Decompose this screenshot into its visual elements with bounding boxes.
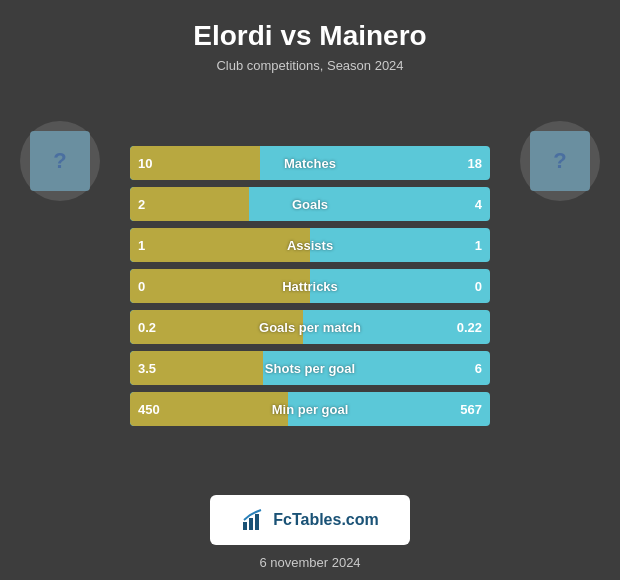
svg-rect-2 — [255, 514, 259, 530]
svg-rect-0 — [243, 522, 247, 530]
stat-label: Shots per goal — [265, 361, 355, 376]
stat-value-left: 450 — [138, 402, 160, 417]
stat-value-right: 4 — [475, 197, 482, 212]
stat-row: 3.5Shots per goal6 — [130, 351, 490, 385]
stat-value-right: 0 — [475, 279, 482, 294]
avatar-right: ? — [520, 121, 600, 201]
stat-value-right: 0.22 — [457, 320, 482, 335]
stats-container: 10Matches182Goals41Assists10Hattricks00.… — [130, 146, 490, 426]
stat-label: Hattricks — [282, 279, 338, 294]
page-title: Elordi vs Mainero — [193, 20, 426, 52]
stat-value-left: 0 — [138, 279, 145, 294]
stat-value-left: 1 — [138, 238, 145, 253]
page-subtitle: Club competitions, Season 2024 — [216, 58, 403, 73]
svg-rect-1 — [249, 518, 253, 530]
logo-area: FcTables.com — [210, 495, 410, 545]
stat-value-right: 567 — [460, 402, 482, 417]
stat-value-left: 2 — [138, 197, 145, 212]
stat-row: 0.2Goals per match0.22 — [130, 310, 490, 344]
avatar-left: ? — [20, 121, 100, 201]
stat-label: Goals per match — [259, 320, 361, 335]
stat-label: Min per goal — [272, 402, 349, 417]
logo-text: FcTables.com — [273, 511, 379, 529]
stat-label: Assists — [287, 238, 333, 253]
stat-value-left: 10 — [138, 156, 152, 171]
stat-value-right: 1 — [475, 238, 482, 253]
stat-row: 2Goals4 — [130, 187, 490, 221]
stat-value-right: 18 — [468, 156, 482, 171]
comparison-area: ? 10Matches182Goals41Assists10Hattricks0… — [10, 91, 610, 481]
stat-value-left: 3.5 — [138, 361, 156, 376]
stat-row: 1Assists1 — [130, 228, 490, 262]
stat-label: Matches — [284, 156, 336, 171]
logo-icon — [241, 508, 265, 532]
stat-row: 0Hattricks0 — [130, 269, 490, 303]
stat-row: 10Matches18 — [130, 146, 490, 180]
stat-row: 450Min per goal567 — [130, 392, 490, 426]
footer-date: 6 november 2024 — [259, 555, 360, 570]
stat-value-left: 0.2 — [138, 320, 156, 335]
stat-value-right: 6 — [475, 361, 482, 376]
stat-label: Goals — [292, 197, 328, 212]
page-wrapper: Elordi vs Mainero Club competitions, Sea… — [0, 0, 620, 580]
